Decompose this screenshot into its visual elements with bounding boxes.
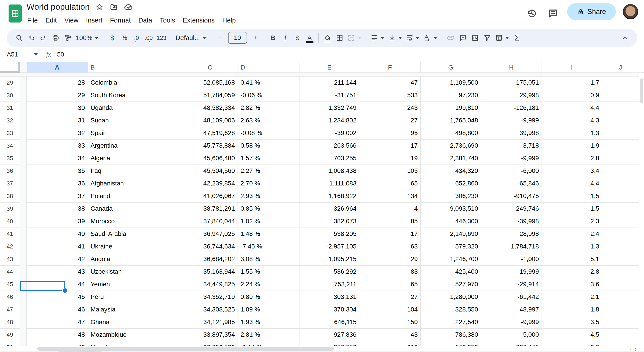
text-color-button[interactable]: A <box>304 31 316 44</box>
row-header-32[interactable]: 32 <box>0 114 20 127</box>
cell-B48[interactable]: Ghana <box>88 316 182 329</box>
row-header-34[interactable]: 34 <box>0 140 20 152</box>
active-sheet-tab[interactable] <box>59 351 101 352</box>
cell-B43[interactable]: Angola <box>88 253 182 266</box>
cell-F38[interactable]: 134 <box>360 190 421 203</box>
cell-C33[interactable]: 47,519,628 <box>182 127 238 140</box>
cell-D46[interactable]: 0.89 % <box>238 291 300 303</box>
cell-H42[interactable]: 1,784,718 <box>481 240 542 253</box>
text-rotation-button[interactable] <box>422 31 439 44</box>
cell-C46[interactable]: 34,352,719 <box>182 291 238 303</box>
cell-H43[interactable]: -1,000 <box>481 253 542 266</box>
zoom-select[interactable]: 100% <box>74 31 100 44</box>
cell-H36[interactable]: -6,000 <box>481 165 542 177</box>
cell-J34[interactable] <box>602 140 639 152</box>
cell-H44[interactable]: -19,999 <box>481 266 542 278</box>
cell-C49[interactable]: 33,897,354 <box>182 329 238 341</box>
cell-B40[interactable]: Morocco <box>88 215 182 228</box>
fill-handle[interactable] <box>63 288 67 293</box>
cell-F43[interactable]: 29 <box>360 253 421 266</box>
cell-A31[interactable]: 30 <box>26 102 88 114</box>
cell-E37[interactable]: 1,111,083 <box>300 177 360 190</box>
cell-C45[interactable]: 34,449,825 <box>182 278 238 291</box>
cell-C40[interactable]: 37,840,044 <box>182 215 238 228</box>
cell-G29[interactable]: 1,109,500 <box>421 76 481 89</box>
cell-J40[interactable] <box>602 215 639 228</box>
row-header-36[interactable]: 36 <box>0 165 20 177</box>
cell-H41[interactable]: 28,998 <box>481 228 542 240</box>
row-header-45[interactable]: 45 <box>0 278 20 291</box>
cell-I49[interactable]: 4.5 <box>542 329 602 341</box>
functions-button[interactable]: Σ <box>511 31 523 44</box>
menu-help[interactable]: Help <box>218 15 240 26</box>
cell-I40[interactable]: 2.3 <box>542 215 602 228</box>
cell-H37[interactable]: -65,846 <box>481 177 542 190</box>
decrease-font-size-button[interactable]: − <box>214 31 226 44</box>
cell-E44[interactable]: 536,292 <box>300 266 360 278</box>
cell-A35[interactable]: 34 <box>26 152 88 165</box>
cell-H46[interactable]: -61,442 <box>481 291 542 303</box>
cell-F35[interactable]: 19 <box>360 152 421 165</box>
cell-B34[interactable]: Argentina <box>88 140 182 152</box>
cell-B45[interactable]: Yemen <box>88 278 182 291</box>
row-header-46[interactable]: 46 <box>0 291 20 303</box>
cell-A38[interactable]: 37 <box>26 190 88 203</box>
cell-D42[interactable]: -7.45 % <box>238 240 300 253</box>
active-cell-selection[interactable] <box>20 281 65 291</box>
decrease-decimal-button[interactable]: .0← <box>130 31 142 44</box>
cell-E38[interactable]: 1,168,922 <box>300 190 360 203</box>
column-header-I[interactable]: I <box>542 62 602 73</box>
cell-F36[interactable]: 105 <box>360 165 421 177</box>
cell-H40[interactable]: -39,998 <box>481 215 542 228</box>
insert-comment-button[interactable] <box>457 31 469 44</box>
vertical-scrollbar-thumb[interactable] <box>640 78 643 103</box>
redo-button[interactable] <box>38 31 50 44</box>
cell-A36[interactable]: 35 <box>26 165 88 177</box>
column-header-J[interactable]: J <box>602 62 639 73</box>
menu-edit[interactable]: Edit <box>42 15 60 26</box>
cell-J37[interactable] <box>602 177 639 190</box>
search-menus-button[interactable] <box>13 31 25 44</box>
cloud-saved-icon[interactable] <box>124 3 133 11</box>
cell-A44[interactable]: 43 <box>26 266 88 278</box>
cell-E47[interactable]: 370,304 <box>300 303 360 316</box>
cell-F31[interactable]: 243 <box>360 102 421 114</box>
cell-E33[interactable]: -39,002 <box>300 127 360 140</box>
number-format-button[interactable]: 123 <box>155 31 168 44</box>
cell-D36[interactable]: 2.27 % <box>238 165 300 177</box>
column-header-C[interactable]: C <box>182 62 238 73</box>
cell-G42[interactable]: 579,320 <box>421 240 481 253</box>
cell-G41[interactable]: 2,149,690 <box>421 228 481 240</box>
column-header-H[interactable]: H <box>481 62 542 73</box>
cell-A30[interactable]: 29 <box>26 89 88 102</box>
cell-B49[interactable]: Mozambique <box>88 329 182 341</box>
cell-B44[interactable]: Uzbekistan <box>88 266 182 278</box>
cell-H45[interactable]: -29,914 <box>481 278 542 291</box>
column-header-E[interactable]: E <box>300 62 360 73</box>
cell-J33[interactable] <box>602 127 639 140</box>
cell-D45[interactable]: 2.24 % <box>238 278 300 291</box>
menu-format[interactable]: Format <box>106 15 135 26</box>
cell-C43[interactable]: 36,684,202 <box>182 253 238 266</box>
italic-button[interactable]: I <box>279 31 292 44</box>
cell-D39[interactable]: 0.85 % <box>238 203 300 215</box>
cell-C37[interactable]: 42,239,854 <box>182 177 238 190</box>
cell-C29[interactable]: 52,085,168 <box>182 76 238 89</box>
cell-F33[interactable]: 95 <box>360 127 421 140</box>
increase-decimal-button[interactable]: .00→ <box>142 31 155 44</box>
select-all-corner[interactable] <box>0 62 20 73</box>
cell-J47[interactable] <box>602 303 639 316</box>
column-header-D[interactable]: D <box>238 62 300 73</box>
cell-A49[interactable]: 48 <box>26 329 88 341</box>
column-header-G[interactable]: G <box>421 62 481 73</box>
cell-B32[interactable]: Sudan <box>88 114 182 127</box>
cell-E34[interactable]: 263,566 <box>300 140 360 152</box>
row-header-49[interactable]: 49 <box>0 329 20 341</box>
cell-J43[interactable] <box>602 253 639 266</box>
name-box-dropdown-icon[interactable] <box>34 53 38 56</box>
row-header-37[interactable]: 37 <box>0 177 20 190</box>
cell-J45[interactable] <box>602 278 639 291</box>
cell-I31[interactable]: 4.4 <box>542 102 602 114</box>
cell-D49[interactable]: 2.81 % <box>238 329 300 341</box>
cell-F30[interactable]: 533 <box>360 89 421 102</box>
